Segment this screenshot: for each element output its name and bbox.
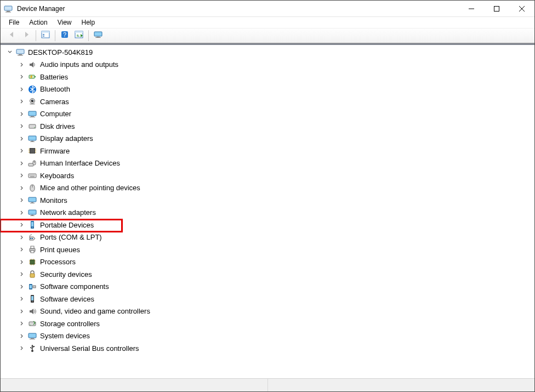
tree-item[interactable]: Software devices bbox=[3, 293, 534, 305]
svg-rect-69 bbox=[31, 251, 34, 253]
chevron-right-icon[interactable] bbox=[18, 73, 26, 81]
tree-item[interactable]: Batteries bbox=[3, 71, 534, 83]
chevron-right-icon[interactable] bbox=[18, 270, 26, 278]
firmware-icon bbox=[27, 146, 38, 156]
tree-item-label: Universal Serial Bus controllers bbox=[40, 344, 139, 353]
tree-item-label: Portable Devices bbox=[40, 221, 94, 229]
tree-item[interactable]: Portable Devices bbox=[3, 219, 534, 231]
tree-item[interactable]: Processors bbox=[3, 256, 534, 269]
svg-rect-68 bbox=[31, 246, 34, 248]
tree-item[interactable]: Cameras bbox=[3, 95, 534, 108]
back-button[interactable] bbox=[6, 30, 18, 42]
chevron-right-icon[interactable] bbox=[18, 110, 26, 118]
tree-root[interactable]: DESKTOP-504K819 bbox=[3, 46, 534, 59]
tree-item[interactable]: Firmware bbox=[3, 145, 534, 157]
tree-item-label: Storage controllers bbox=[40, 320, 100, 328]
computer-icon bbox=[4, 4, 13, 13]
forward-button[interactable] bbox=[20, 30, 32, 42]
svg-rect-66 bbox=[32, 238, 33, 239]
maximize-button[interactable] bbox=[484, 1, 509, 16]
svg-rect-0 bbox=[4, 6, 12, 10]
storage-controller-icon bbox=[27, 319, 38, 328]
tree-item[interactable]: Display adapters bbox=[3, 133, 534, 145]
portable-device-icon bbox=[27, 220, 38, 230]
svg-rect-63 bbox=[31, 222, 33, 226]
arrow-left-icon bbox=[8, 30, 16, 41]
monitor-icon bbox=[27, 195, 38, 205]
chevron-right-icon[interactable] bbox=[18, 135, 26, 143]
svg-rect-10 bbox=[43, 36, 44, 37]
tree-item[interactable]: Universal Serial Bus controllers bbox=[3, 342, 534, 355]
chevron-right-icon[interactable] bbox=[18, 98, 26, 105]
tree-item[interactable]: Monitors bbox=[3, 194, 534, 207]
chevron-right-icon[interactable] bbox=[18, 258, 26, 266]
security-icon bbox=[27, 269, 38, 279]
help-button[interactable]: ? bbox=[59, 30, 71, 42]
chevron-right-icon[interactable] bbox=[18, 160, 26, 167]
chevron-down-icon[interactable] bbox=[6, 48, 14, 56]
svg-rect-35 bbox=[31, 141, 33, 141]
svg-rect-84 bbox=[31, 296, 33, 300]
menu-action[interactable]: Action bbox=[24, 18, 52, 27]
svg-rect-21 bbox=[18, 55, 23, 56]
scan-hardware-button[interactable] bbox=[73, 30, 85, 42]
tree-item-label: Processors bbox=[40, 258, 76, 266]
svg-rect-65 bbox=[30, 238, 31, 239]
tree-item[interactable]: Storage controllers bbox=[3, 317, 534, 330]
device-tree[interactable]: DESKTOP-504K819Audio inputs and outputsB… bbox=[1, 43, 534, 378]
chevron-right-icon[interactable] bbox=[18, 246, 26, 253]
chevron-right-icon[interactable] bbox=[18, 196, 26, 204]
tree-item[interactable]: Mice and other pointing devices bbox=[3, 182, 534, 195]
tree-item[interactable]: Human Interface Devices bbox=[3, 157, 534, 170]
chevron-right-icon[interactable] bbox=[18, 221, 26, 229]
tree-item[interactable]: Audio inputs and outputs bbox=[3, 59, 534, 71]
chevron-right-icon[interactable] bbox=[18, 172, 26, 179]
chevron-right-icon[interactable] bbox=[18, 283, 26, 291]
tree-item[interactable]: Security devices bbox=[3, 268, 534, 281]
show-hide-tree-button[interactable] bbox=[39, 30, 52, 42]
tree-item[interactable]: Ports (COM & LPT) bbox=[3, 231, 534, 244]
tree-item[interactable]: Software components bbox=[3, 281, 534, 293]
svg-rect-53 bbox=[34, 175, 35, 175]
chevron-right-icon[interactable] bbox=[18, 295, 26, 303]
chevron-right-icon[interactable] bbox=[18, 234, 26, 241]
chevron-right-icon[interactable] bbox=[18, 344, 26, 352]
port-icon bbox=[27, 232, 38, 242]
tree-item[interactable]: Sound, video and game controllers bbox=[3, 305, 534, 318]
close-button[interactable] bbox=[509, 1, 534, 16]
minimize-button[interactable] bbox=[459, 1, 484, 16]
tree-item-label: Software components bbox=[40, 282, 109, 291]
chevron-right-icon[interactable] bbox=[18, 332, 26, 340]
tree-item[interactable]: Print queues bbox=[3, 243, 534, 256]
tree-item-label: Bluetooth bbox=[40, 85, 70, 93]
tree-item[interactable]: Network adapters bbox=[3, 207, 534, 219]
tree-item[interactable]: Computer bbox=[3, 108, 534, 121]
chevron-right-icon[interactable] bbox=[18, 61, 26, 69]
show-devices-button[interactable] bbox=[92, 30, 104, 42]
arrow-right-icon bbox=[22, 30, 31, 41]
svg-rect-1 bbox=[7, 11, 10, 12]
chevron-right-icon[interactable] bbox=[18, 320, 26, 327]
tree-item[interactable]: System devices bbox=[3, 330, 534, 343]
svg-rect-29 bbox=[29, 111, 36, 116]
chevron-right-icon[interactable] bbox=[18, 147, 26, 155]
chevron-right-icon[interactable] bbox=[18, 308, 26, 315]
menu-file[interactable]: File bbox=[4, 18, 24, 27]
tree-item-label: Batteries bbox=[40, 73, 68, 81]
tree-item[interactable]: Keyboards bbox=[3, 169, 534, 182]
network-adapter-icon bbox=[27, 208, 38, 218]
hid-icon bbox=[27, 158, 38, 168]
tree-item[interactable]: Bluetooth bbox=[3, 83, 534, 96]
window-title: Device Manager bbox=[17, 5, 459, 13]
menu-help[interactable]: Help bbox=[77, 18, 100, 27]
computer-icon bbox=[27, 109, 38, 119]
svg-rect-88 bbox=[29, 333, 36, 338]
menu-view[interactable]: View bbox=[53, 18, 77, 27]
chevron-right-icon[interactable] bbox=[18, 86, 26, 93]
tree-item[interactable]: Disk drives bbox=[3, 120, 534, 133]
svg-point-27 bbox=[31, 100, 34, 103]
chevron-right-icon[interactable] bbox=[18, 122, 26, 130]
chevron-right-icon[interactable] bbox=[18, 184, 26, 192]
chevron-right-icon[interactable] bbox=[18, 209, 26, 217]
svg-point-85 bbox=[32, 301, 33, 302]
